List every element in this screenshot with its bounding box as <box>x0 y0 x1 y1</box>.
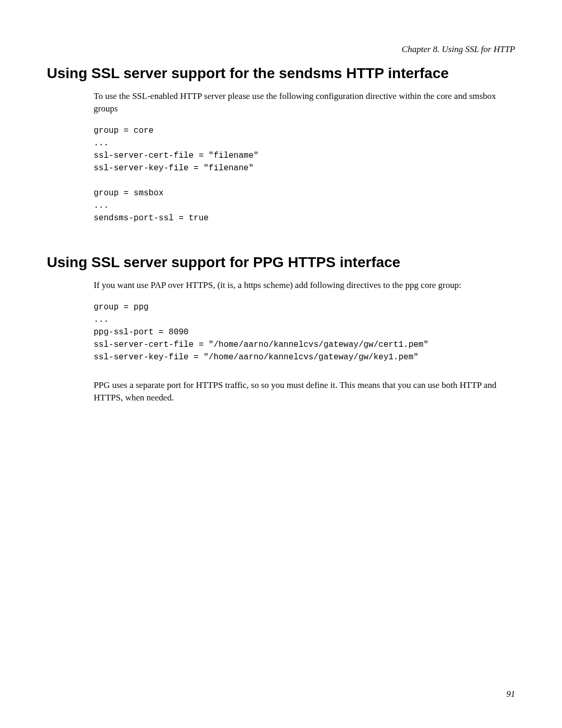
paragraph-ppg-intro: If you want use PAP over HTTPS, (it is, … <box>94 279 515 292</box>
section-heading-ppg: Using SSL server support for PPG HTTPS i… <box>47 253 515 272</box>
section-heading-sendsms: Using SSL server support for the sendsms… <box>47 64 515 83</box>
paragraph-sendsms-intro: To use the SSL-enabled HTTP server pleas… <box>94 90 515 115</box>
page-number: 91 <box>506 689 515 699</box>
chapter-header: Chapter 8. Using SSL for HTTP <box>47 44 515 55</box>
code-block-ppg: group = ppg ... ppg-ssl-port = 8090 ssl-… <box>94 301 515 363</box>
paragraph-ppg-note: PPG uses a separate port for HTTPS traff… <box>94 379 515 404</box>
code-block-sendsms: group = core ... ssl-server-cert-file = … <box>94 124 515 224</box>
